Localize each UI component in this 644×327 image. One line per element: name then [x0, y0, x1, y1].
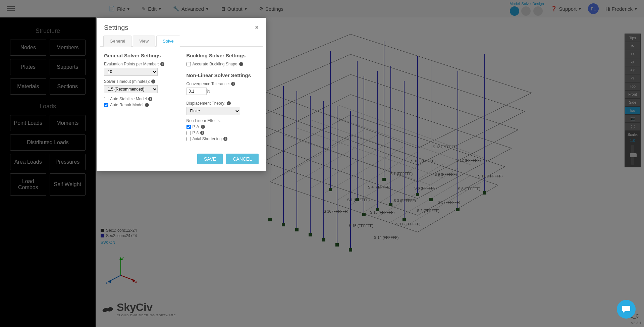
chat-bubble[interactable] [617, 300, 636, 319]
info-icon[interactable]: i [200, 131, 204, 135]
disp-theory-label: Displacement Theory: i [186, 101, 259, 106]
save-button[interactable]: SAVE [197, 154, 223, 164]
info-icon[interactable]: i [223, 137, 227, 141]
auto-stabilize-checkbox[interactable] [104, 97, 108, 101]
timeout-label: Solver Timeout (minutes): i [104, 79, 176, 84]
info-icon[interactable]: i [239, 62, 243, 66]
tab-general[interactable]: General [103, 36, 131, 47]
accurate-buckling-checkbox[interactable] [186, 62, 191, 66]
auto-repair-checkbox[interactable] [104, 103, 108, 107]
eval-points-select[interactable]: 10 [104, 68, 158, 76]
section-buckling: Buckling Solver Settings [186, 53, 259, 58]
axial-shortening-checkbox[interactable] [186, 137, 191, 141]
settings-modal: Settings × General View Solve General So… [97, 18, 266, 171]
section-general-solver: General Solver Settings [104, 53, 176, 58]
info-icon[interactable]: i [231, 82, 235, 86]
info-icon[interactable]: i [227, 101, 231, 105]
section-nonlinear: Non-Linear Solver Settings [186, 72, 259, 78]
modal-title: Settings [104, 24, 128, 32]
info-icon[interactable]: i [160, 62, 164, 66]
tab-solve[interactable]: Solve [156, 36, 180, 47]
eval-points-label: Evaluation Points per Member: i [104, 62, 176, 66]
conv-tol-input[interactable] [186, 88, 207, 95]
info-icon[interactable]: i [148, 97, 152, 101]
cancel-button[interactable]: CANCEL [226, 154, 259, 164]
p-delta-small-checkbox[interactable] [186, 131, 191, 135]
close-icon[interactable]: × [255, 24, 259, 31]
timeout-select[interactable]: 1.5 (Recommended) [104, 85, 158, 93]
nonlinear-effects-label: Non-Linear Effects: [186, 118, 259, 123]
tab-view[interactable]: View [133, 36, 155, 47]
disp-theory-select[interactable]: Finite [186, 107, 240, 115]
info-icon[interactable]: i [151, 79, 155, 84]
info-icon[interactable]: i [201, 125, 205, 129]
info-icon[interactable]: i [145, 103, 149, 107]
modal-tabs: General View Solve [100, 36, 263, 47]
p-delta-big-checkbox[interactable] [186, 125, 191, 129]
conv-tol-label: Convergence Tolerance: i [186, 81, 259, 86]
